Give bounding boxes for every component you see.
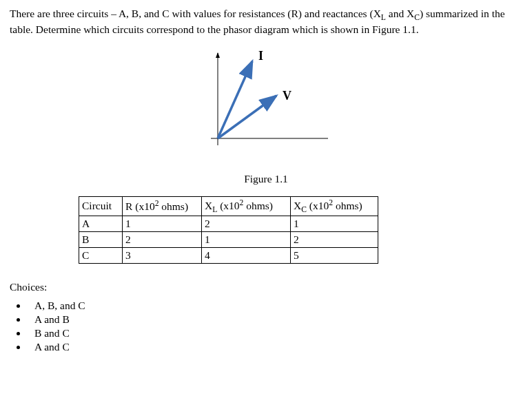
cell-circuit: C bbox=[79, 248, 123, 264]
cell-r: 1 bbox=[123, 216, 202, 231]
choice-item: B and C bbox=[28, 326, 522, 340]
cell-circuit: A bbox=[79, 216, 123, 231]
q-sub2: C bbox=[414, 13, 420, 22]
th-circuit: Circuit bbox=[79, 196, 123, 216]
cell-xl: 2 bbox=[202, 216, 291, 231]
choice-item: A and B bbox=[28, 313, 522, 326]
phasor-figure: I V bbox=[10, 49, 522, 163]
circuit-table: Circuit R (x102 ohms) XL (x102 ohms) XC … bbox=[79, 196, 378, 264]
cell-circuit: B bbox=[79, 232, 123, 248]
choices-label: Choices: bbox=[10, 280, 522, 294]
choice-item: A and C bbox=[28, 340, 522, 354]
th-xl: XL (x102 ohms) bbox=[202, 196, 291, 216]
cell-xc: 2 bbox=[291, 232, 378, 248]
th-xc: XC (x102 ohms) bbox=[291, 196, 378, 216]
label-i-svg: I bbox=[258, 49, 263, 63]
q-pre: There are three circuits – A, B, and C w… bbox=[10, 8, 381, 19]
cell-xl: 4 bbox=[202, 248, 291, 264]
label-v-svg: V bbox=[283, 89, 291, 103]
table-row: C 3 4 5 bbox=[79, 248, 378, 264]
table-row: B 2 1 2 bbox=[79, 232, 378, 248]
cell-xc: 1 bbox=[291, 216, 378, 231]
question-text: There are three circuits – A, B, and C w… bbox=[10, 7, 522, 36]
th-r: R (x102 ohms) bbox=[123, 196, 202, 216]
cell-xl: 1 bbox=[202, 232, 291, 248]
cell-r: 3 bbox=[123, 248, 202, 264]
q-sub1: L bbox=[381, 13, 386, 22]
table-row: A 1 2 1 bbox=[79, 216, 378, 231]
q-mid1: and X bbox=[386, 8, 414, 19]
cell-xc: 5 bbox=[291, 248, 378, 264]
table-header-row: Circuit R (x102 ohms) XL (x102 ohms) XC … bbox=[79, 196, 378, 216]
choice-item: A, B, and C bbox=[28, 299, 522, 313]
figure-caption: Figure 1.1 bbox=[10, 172, 522, 186]
choices-list: A, B, and C A and B B and C A and C bbox=[10, 299, 522, 355]
phasor-diagram: I V bbox=[190, 49, 342, 163]
cell-r: 2 bbox=[123, 232, 202, 248]
